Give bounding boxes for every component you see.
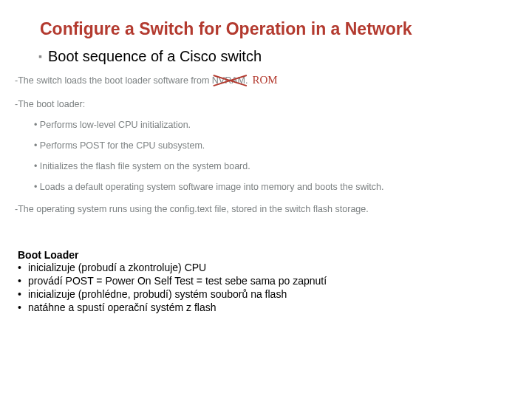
rom-correction: ROM bbox=[252, 74, 277, 86]
bootloader-header: Boot Loader bbox=[18, 249, 532, 262]
bootloader-item-1-text: inicializuje (probudí a zkontroluje) CPU bbox=[28, 262, 206, 273]
boot-step-3: -The operating system runs using the con… bbox=[15, 202, 532, 216]
subtitle: Boot sequence of a Cisco switch bbox=[48, 48, 262, 65]
bullet-icon: • bbox=[18, 275, 28, 288]
bootloader-item-1: •inicializuje (probudí a zkontroluje) CP… bbox=[18, 262, 532, 275]
page-title: Configure a Switch for Operation in a Ne… bbox=[0, 0, 532, 48]
boot-sub-2: • Performs POST for the CPU subsystem. bbox=[15, 139, 532, 152]
grey-content-block: -The switch loads the boot loader softwa… bbox=[0, 72, 532, 216]
bootloader-item-3-text: inicializuje (prohlédne, probudí) systém… bbox=[28, 288, 287, 300]
boot-sub-1: • Performs low-level CPU initialization. bbox=[15, 118, 532, 132]
square-bullet-icon: ▪ bbox=[38, 51, 42, 61]
bootloader-summary: Boot Loader •inicializuje (probudí a zko… bbox=[0, 249, 532, 316]
nvram-strikeout: NVRAM. bbox=[212, 74, 248, 87]
bullet-icon: • bbox=[18, 288, 28, 301]
boot-step-1-prefix: -The switch loads the boot loader softwa… bbox=[15, 75, 212, 86]
bootloader-item-3: •inicializuje (prohlédne, probudí) systé… bbox=[18, 288, 532, 301]
boot-sub-3: • Initializes the flash file system on t… bbox=[15, 160, 532, 173]
boot-sub-4: • Loads a default operating system softw… bbox=[15, 180, 532, 194]
boot-step-2: -The boot loader: bbox=[15, 98, 532, 111]
nvram-text: NVRAM. bbox=[212, 75, 248, 86]
bootloader-item-2-text: provádí POST = Power On Self Test = test… bbox=[28, 275, 327, 287]
bullet-icon: • bbox=[18, 262, 28, 275]
bootloader-item-2: •provádí POST = Power On Self Test = tes… bbox=[18, 275, 532, 288]
boot-step-1: -The switch loads the boot loader softwa… bbox=[15, 72, 532, 89]
bootloader-item-4-text: natáhne a spustí operační systém z flash bbox=[28, 301, 216, 313]
bootloader-item-4: •natáhne a spustí operační systém z flas… bbox=[18, 301, 532, 315]
subtitle-row: ▪ Boot sequence of a Cisco switch bbox=[0, 48, 532, 65]
bullet-icon: • bbox=[18, 301, 28, 315]
